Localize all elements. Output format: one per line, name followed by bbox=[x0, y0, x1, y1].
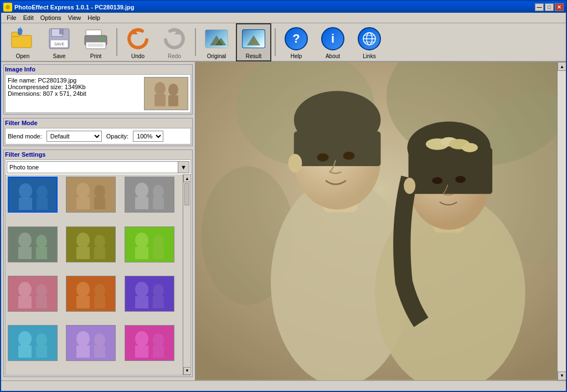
svg-rect-76 bbox=[94, 296, 105, 308]
selected-filter: Photo tone bbox=[7, 163, 178, 172]
svg-rect-89 bbox=[76, 345, 90, 358]
main-scroll-track bbox=[558, 71, 566, 372]
svg-point-85 bbox=[36, 333, 47, 347]
filter-thumb-7[interactable] bbox=[8, 276, 58, 312]
filter-thumb-lavender[interactable] bbox=[66, 325, 116, 361]
scroll-thumb[interactable] bbox=[184, 183, 189, 205]
image-thumbnail bbox=[144, 77, 188, 110]
help-icon: ? bbox=[285, 27, 308, 50]
filter-thumb-gray[interactable] bbox=[125, 177, 174, 213]
menu-file[interactable]: File bbox=[3, 13, 20, 22]
opacity-label: Opacity: bbox=[106, 133, 128, 140]
image-info-title: Image Info bbox=[5, 66, 191, 73]
svg-rect-61 bbox=[94, 247, 105, 259]
svg-point-93 bbox=[135, 331, 148, 347]
filename: File name: PC280139.jpg bbox=[8, 77, 142, 84]
app-icon bbox=[3, 3, 12, 12]
filter-settings-title: Filter Settings bbox=[5, 151, 191, 158]
svg-rect-13 bbox=[86, 42, 106, 49]
links-icon bbox=[358, 27, 381, 50]
svg-rect-37 bbox=[9, 178, 58, 213]
svg-rect-36 bbox=[145, 78, 188, 110]
filter-mode-title: Filter Mode bbox=[5, 120, 191, 126]
svg-rect-77 bbox=[125, 276, 174, 312]
svg-rect-51 bbox=[153, 197, 164, 209]
main-scroll-down[interactable]: ▼ bbox=[558, 372, 566, 380]
help-button[interactable]: ? Help bbox=[279, 24, 313, 61]
filter-dropdown[interactable]: Photo tone ▼ bbox=[7, 161, 189, 173]
separator-3 bbox=[275, 28, 276, 56]
menu-view[interactable]: View bbox=[65, 13, 85, 22]
menu-help[interactable]: Help bbox=[84, 13, 104, 22]
main-image bbox=[195, 62, 566, 380]
save-button[interactable]: SAVE Save bbox=[42, 24, 76, 61]
filter-thumb-sepia[interactable] bbox=[66, 177, 116, 213]
undo-button[interactable]: Undo bbox=[121, 24, 155, 61]
svg-rect-49 bbox=[135, 197, 148, 209]
filter-thumb-purple[interactable] bbox=[125, 276, 174, 312]
svg-point-48 bbox=[135, 183, 148, 198]
svg-point-60 bbox=[94, 235, 105, 248]
menu-options[interactable]: Options bbox=[37, 13, 65, 22]
svg-rect-2 bbox=[12, 35, 32, 48]
print-button[interactable]: Print bbox=[79, 24, 113, 61]
svg-rect-57 bbox=[66, 227, 116, 262]
svg-point-73 bbox=[76, 282, 90, 297]
scroll-track bbox=[183, 182, 190, 367]
main-scroll-up[interactable]: ▲ bbox=[558, 62, 566, 71]
svg-rect-59 bbox=[76, 247, 90, 259]
maximize-button[interactable]: □ bbox=[545, 3, 554, 11]
svg-rect-91 bbox=[94, 345, 105, 358]
filter-thumb-olive[interactable] bbox=[66, 226, 116, 262]
filter-thumb-blue[interactable] bbox=[8, 177, 58, 213]
svg-rect-86 bbox=[36, 345, 47, 358]
svg-point-38 bbox=[19, 183, 32, 199]
main-scrollbar[interactable]: ▲ ▼ bbox=[557, 62, 566, 380]
save-label: Save bbox=[53, 53, 66, 59]
separator-2 bbox=[195, 28, 196, 56]
svg-rect-84 bbox=[18, 345, 32, 358]
left-panel: Image Info File name: PC280139.jpg Uncom… bbox=[1, 62, 195, 380]
links-button[interactable]: Links bbox=[352, 24, 386, 61]
original-button[interactable]: Original bbox=[199, 24, 234, 61]
filter-dropdown-btn[interactable]: ▼ bbox=[178, 162, 189, 173]
right-panel: ▲ ▼ bbox=[195, 62, 566, 380]
result-button[interactable]: Result bbox=[236, 23, 271, 61]
blend-mode-select[interactable]: Default bbox=[47, 131, 102, 142]
svg-point-40 bbox=[37, 185, 48, 199]
title-bar: PhotoEffect Express 1.0.1 - PC280139.jpg… bbox=[1, 1, 566, 13]
filter-thumb-orange[interactable] bbox=[66, 276, 116, 312]
opacity-select[interactable]: 100% bbox=[133, 131, 163, 142]
svg-rect-47 bbox=[125, 177, 174, 213]
svg-rect-69 bbox=[18, 296, 32, 308]
svg-point-78 bbox=[135, 282, 148, 297]
toolbar: Open SAVE Save bbox=[1, 23, 566, 62]
minimize-button[interactable]: — bbox=[535, 3, 544, 11]
svg-rect-87 bbox=[66, 326, 116, 361]
svg-point-45 bbox=[94, 185, 105, 198]
scroll-up-btn[interactable]: ▲ bbox=[183, 174, 190, 182]
close-button[interactable]: ✕ bbox=[555, 3, 564, 11]
svg-point-80 bbox=[153, 284, 164, 297]
svg-rect-62 bbox=[125, 227, 174, 262]
status-bar bbox=[1, 380, 566, 391]
svg-rect-66 bbox=[153, 247, 164, 259]
redo-label: Redo bbox=[168, 53, 181, 59]
svg-rect-82 bbox=[8, 326, 58, 361]
about-button[interactable]: i About bbox=[316, 24, 350, 61]
filter-thumb-lime[interactable] bbox=[125, 226, 174, 262]
filter-thumb-magenta[interactable] bbox=[125, 325, 174, 361]
svg-rect-79 bbox=[135, 296, 148, 308]
redo-button[interactable]: Redo bbox=[157, 24, 192, 61]
filter-thumb-4[interactable] bbox=[8, 226, 58, 262]
filter-scrollbar[interactable]: ▲ ▼ bbox=[183, 174, 190, 375]
open-button[interactable]: Open bbox=[6, 24, 40, 61]
menu-edit[interactable]: Edit bbox=[20, 13, 37, 22]
window-title: PhotoEffect Express 1.0.1 - PC280139.jpg bbox=[14, 4, 134, 11]
image-info-panel: Image Info File name: PC280139.jpg Uncom… bbox=[3, 64, 193, 115]
svg-point-53 bbox=[18, 233, 32, 248]
help-label: Help bbox=[291, 53, 302, 59]
filter-thumb-cyan[interactable] bbox=[8, 325, 58, 361]
scroll-down-btn[interactable]: ▼ bbox=[183, 367, 190, 375]
menu-bar: File Edit Options View Help bbox=[1, 13, 566, 23]
